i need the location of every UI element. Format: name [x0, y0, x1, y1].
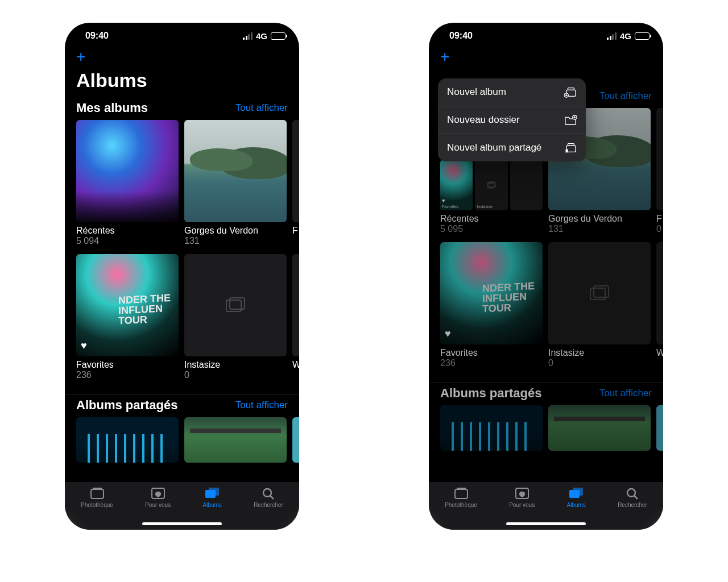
status-time: 09:40 [449, 31, 473, 41]
photos-placeholder-icon [589, 283, 610, 304]
menu-label: Nouvel album [447, 86, 506, 98]
library-icon [453, 487, 469, 500]
album-count: 5 094 [76, 236, 179, 246]
album-name: Gorges du Verdon [184, 226, 287, 236]
shared-row [429, 405, 663, 451]
tab-search[interactable]: Rechercher [618, 487, 647, 530]
status-time: 09:40 [85, 31, 109, 41]
album-favorites[interactable]: ♥ Favorites 236 [76, 254, 179, 380]
album-partial[interactable]: F 0 [656, 108, 663, 234]
album-thumb [76, 417, 179, 463]
menu-label: Nouveau dossier [447, 114, 520, 126]
album-count: 5 095 [440, 224, 543, 234]
album-gorges[interactable]: Gorges du Verdon 131 [184, 120, 287, 246]
album-count: 236 [440, 358, 543, 368]
status-bar: 09:40 4G [65, 23, 299, 44]
shared-album-2[interactable] [548, 405, 651, 451]
menu-new-folder[interactable]: Nouveau dossier [438, 106, 586, 134]
svg-rect-2 [91, 489, 104, 498]
shared-album-2[interactable] [184, 417, 287, 463]
library-icon [89, 487, 105, 500]
album-partial[interactable]: F [292, 120, 299, 246]
album-thumb [292, 254, 299, 356]
photos-placeholder-icon [225, 295, 246, 315]
home-indicator[interactable] [142, 522, 222, 525]
album-thumb [656, 108, 663, 210]
album-partial-2[interactable]: W [656, 242, 663, 368]
album-name: Instasize [184, 360, 287, 370]
album-thumb: ♥ [76, 254, 179, 356]
tab-library[interactable]: Photothèque [445, 487, 477, 530]
shared-album-3[interactable] [656, 405, 663, 451]
tab-library[interactable]: Photothèque [81, 487, 113, 530]
svg-rect-10 [568, 88, 574, 90]
shared-see-all[interactable]: Tout afficher [599, 388, 652, 399]
photos-placeholder-icon [487, 181, 496, 189]
tab-label: Rechercher [618, 502, 647, 508]
network-label: 4G [256, 31, 267, 41]
album-name: F [292, 226, 299, 236]
albums-row-1: Récentes 5 094 Gorges du Verdon 131 F [65, 120, 299, 246]
svg-rect-6 [209, 488, 219, 496]
album-recentes[interactable]: Récentes 5 094 [76, 120, 179, 246]
album-count: 0 [656, 224, 663, 234]
menu-new-shared-album[interactable]: Nouvel album partagé [438, 134, 586, 161]
menu-new-album[interactable]: Nouvel album [438, 78, 586, 106]
home-indicator[interactable] [506, 522, 586, 525]
add-button[interactable]: + [65, 44, 299, 66]
svg-rect-20 [455, 489, 468, 498]
foryou-icon [150, 487, 166, 500]
album-partial-2[interactable]: W [292, 254, 299, 380]
shared-album-1[interactable] [76, 417, 179, 463]
heart-icon: ♥ [445, 328, 451, 340]
section-my-albums-header: Mes albums Tout afficher [65, 97, 299, 120]
my-albums-see-all[interactable]: Tout afficher [235, 102, 288, 114]
add-button[interactable]: + [429, 44, 663, 66]
shared-see-all[interactable]: Tout afficher [235, 400, 288, 411]
album-thumb [548, 405, 651, 451]
album-thumb [292, 417, 299, 463]
tab-label: Albums [566, 502, 585, 508]
tab-search[interactable]: Rechercher [254, 487, 283, 530]
status-right: 4G [243, 31, 286, 41]
svg-rect-24 [573, 488, 583, 496]
album-name: F [656, 214, 663, 224]
my-albums-see-all[interactable]: Tout afficher [599, 90, 652, 102]
new-album-icon [564, 86, 577, 98]
album-count: 0 [184, 370, 287, 380]
tab-label: Photothèque [445, 502, 477, 508]
album-name: W [656, 348, 663, 358]
status-right: 4G [607, 31, 650, 41]
shared-title: Albums partagés [440, 386, 542, 401]
tab-label: Photothèque [81, 502, 113, 508]
album-name: Récentes [440, 214, 543, 224]
album-count: 0 [548, 358, 651, 368]
album-thumb [440, 405, 543, 451]
album-thumb [656, 405, 663, 451]
album-name: Favorites [76, 360, 179, 370]
svg-line-26 [634, 496, 638, 499]
album-favorites[interactable]: ♥ Favorites 236 [440, 242, 543, 368]
album-thumb [292, 120, 299, 222]
svg-line-8 [270, 496, 274, 499]
albums-row-2: ♥ Favorites 236 Instasize 0 W [65, 254, 299, 380]
battery-icon [271, 32, 286, 40]
album-name: Récentes [76, 226, 179, 236]
album-instasize[interactable]: Instasize 0 [548, 242, 651, 368]
menu-label: Nouvel album partagé [447, 142, 541, 153]
shared-album-3[interactable] [292, 417, 299, 463]
tab-label: Albums [202, 502, 221, 508]
new-folder-icon [564, 114, 577, 126]
shared-album-1[interactable] [440, 405, 543, 451]
album-count: 236 [76, 370, 179, 380]
tab-label: Pour vous [145, 502, 171, 508]
network-label: 4G [620, 31, 631, 41]
albums-row-2: ♥ Favorites 236 Instasize 0 W [429, 242, 663, 368]
album-name: Instasize [548, 348, 651, 358]
svg-rect-3 [93, 488, 102, 489]
status-bar: 09:40 4G [429, 23, 663, 44]
albums-icon [568, 487, 584, 500]
album-instasize[interactable]: Instasize 0 [184, 254, 287, 380]
album-thumb [76, 120, 179, 222]
signal-icon [243, 32, 253, 40]
